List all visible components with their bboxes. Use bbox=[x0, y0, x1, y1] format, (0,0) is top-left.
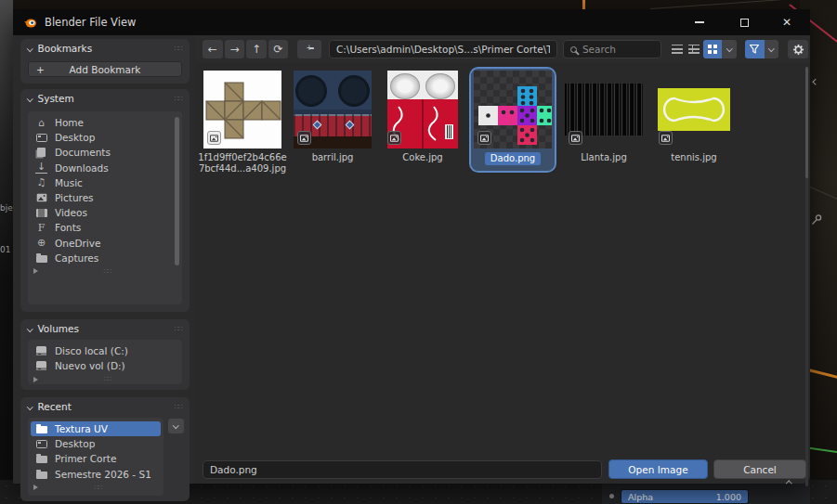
file-tile-llanta[interactable]: Llanta.jpg bbox=[562, 69, 646, 171]
view-horizontal-list-button[interactable] bbox=[686, 40, 703, 58]
pin-icon[interactable] bbox=[810, 213, 823, 226]
item-label: Pictures bbox=[55, 192, 94, 203]
drive-icon bbox=[35, 346, 47, 355]
path-field[interactable] bbox=[329, 40, 557, 58]
settings-button[interactable] bbox=[788, 40, 808, 58]
sidebar-item-captures[interactable]: Captures bbox=[28, 251, 182, 265]
home-icon: ⌂ bbox=[35, 117, 47, 129]
up-directory-button[interactable]: ↑ bbox=[246, 40, 267, 58]
item-label: Desktop bbox=[55, 438, 95, 449]
file-area-scrollbar-thumb[interactable] bbox=[805, 67, 808, 178]
file-tile-crate[interactable]: 1f1d9ff0ef2b4c66e7bcf44d...a409.jpg bbox=[201, 69, 284, 171]
expand-arrow[interactable] bbox=[33, 485, 38, 490]
path-input[interactable] bbox=[336, 44, 550, 55]
horizontal-list-icon bbox=[688, 45, 700, 54]
resize-grip[interactable]: ∷∷ bbox=[103, 375, 111, 383]
refresh-button[interactable]: ⟳ bbox=[268, 40, 289, 58]
panel-grip[interactable]: ∷∷ bbox=[175, 403, 182, 411]
folder-icon bbox=[35, 454, 47, 463]
recent-item-primer-corte[interactable]: Primer Corte bbox=[28, 451, 163, 466]
search-field[interactable] bbox=[563, 40, 661, 58]
sidebar-item-videos[interactable]: Videos bbox=[28, 205, 182, 220]
collapse-chevron-icon bbox=[27, 45, 33, 51]
volume-item-c[interactable]: Disco local (C:) bbox=[28, 343, 182, 358]
display-settings-dropdown[interactable] bbox=[722, 40, 737, 58]
filename-field[interactable] bbox=[203, 460, 602, 479]
music-icon: ♫ bbox=[35, 176, 47, 188]
llanta-thumbnail bbox=[565, 84, 643, 136]
image-badge-icon bbox=[207, 131, 221, 145]
recent-panel: Recent ∷∷ Textura UV Desktop Primer Cort… bbox=[20, 397, 190, 501]
panel-grip[interactable]: ∷∷ bbox=[175, 45, 182, 53]
open-image-label: Open Image bbox=[628, 464, 687, 475]
videos-icon bbox=[35, 209, 47, 217]
file-tile-tennis[interactable]: tennis.jpg bbox=[652, 69, 736, 171]
open-image-button[interactable]: Open Image bbox=[608, 459, 708, 479]
file-tile-barril[interactable]: barril.jpg bbox=[291, 69, 374, 171]
add-bookmark-label: Add Bookmark bbox=[70, 64, 141, 75]
collapse-chevron-icon bbox=[27, 96, 33, 101]
item-label: Downloads bbox=[55, 162, 109, 174]
sidebar-item-downloads[interactable]: ↓Downloads bbox=[28, 161, 182, 175]
resize-grip[interactable]: ∷∷ bbox=[103, 267, 111, 276]
maximize-button[interactable] bbox=[723, 9, 765, 35]
back-icon: ← bbox=[208, 43, 217, 56]
recent-item-textura-uv[interactable]: Textura UV bbox=[31, 421, 161, 436]
minimize-button[interactable] bbox=[678, 9, 721, 35]
recent-item-semestre[interactable]: Semestre 2026 - S1 bbox=[28, 467, 163, 482]
item-label: Music bbox=[55, 177, 83, 188]
volume-item-d[interactable]: Nuevo vol (D:) bbox=[28, 358, 182, 373]
file-tile-coke[interactable]: Coke.jpg bbox=[381, 69, 464, 171]
scrollbar[interactable] bbox=[175, 117, 179, 265]
alpha-anim-dot[interactable] bbox=[609, 494, 614, 498]
search-input[interactable] bbox=[582, 44, 654, 55]
back-button[interactable]: ← bbox=[203, 40, 223, 58]
file-tile-dado-selected[interactable]: Dado.png bbox=[471, 69, 555, 171]
recent-header[interactable]: Recent ∷∷ bbox=[20, 397, 190, 416]
window-title: Blender File View bbox=[45, 16, 136, 29]
title-bar[interactable]: Blender File View ✕ bbox=[13, 9, 810, 35]
expand-arrow[interactable] bbox=[33, 268, 38, 274]
sidebar-item-desktop[interactable]: Desktop bbox=[28, 130, 182, 145]
recent-item-desktop[interactable]: Desktop bbox=[28, 436, 163, 451]
filter-toggle-button[interactable] bbox=[745, 40, 765, 58]
filter-settings-dropdown[interactable] bbox=[765, 40, 779, 58]
chevron-down-icon bbox=[726, 45, 732, 51]
view-vertical-list-button[interactable] bbox=[668, 40, 686, 58]
forward-button[interactable]: → bbox=[225, 40, 245, 58]
volumes-title: Volumes bbox=[38, 323, 80, 334]
expand-arrow[interactable] bbox=[33, 377, 38, 382]
filename-input[interactable] bbox=[210, 464, 595, 475]
system-header[interactable]: System ∷∷ bbox=[20, 89, 190, 108]
file-name: 1f1d9ff0ef2b4c66e7bcf44d...a409.jpg bbox=[195, 152, 290, 174]
up-arrow-icon: ↑ bbox=[252, 43, 261, 56]
sidebar-item-fonts[interactable]: FFonts bbox=[28, 220, 182, 235]
image-badge-icon bbox=[297, 131, 311, 145]
resize-grip[interactable]: ∷∷ bbox=[94, 484, 101, 492]
collapse-chevron-icon bbox=[27, 404, 33, 409]
alpha-slider[interactable]: Alpha 1.000 bbox=[621, 489, 749, 504]
volumes-panel: Volumes ∷∷ Disco local (C:) Nuevo vol (D… bbox=[20, 319, 190, 390]
cancel-button[interactable]: Cancel bbox=[713, 459, 806, 479]
item-label: Fonts bbox=[55, 222, 81, 233]
sidebar-item-home[interactable]: ⌂Home bbox=[28, 115, 182, 130]
sidebar-item-music[interactable]: ♫Music bbox=[28, 175, 182, 190]
sidebar-item-documents[interactable]: Documents bbox=[28, 145, 182, 160]
sidebar-item-pictures[interactable]: Pictures bbox=[28, 190, 182, 205]
view-thumbnails-button[interactable] bbox=[703, 40, 723, 58]
item-label: Disco local (C:) bbox=[55, 345, 128, 356]
downloads-icon: ↓ bbox=[35, 162, 47, 174]
close-button[interactable]: ✕ bbox=[765, 9, 808, 35]
pictures-icon bbox=[35, 193, 47, 202]
panel-grip[interactable]: ∷∷ bbox=[175, 325, 182, 333]
add-bookmark-button[interactable]: + Add Bookmark bbox=[28, 61, 182, 77]
bookmarks-header[interactable]: Bookmarks ∷∷ bbox=[20, 39, 190, 58]
new-folder-button[interactable]: + bbox=[297, 40, 321, 58]
panel-grip[interactable]: ∷∷ bbox=[175, 95, 182, 103]
documents-icon bbox=[35, 148, 47, 157]
sidebar-item-onedrive[interactable]: ⊕OneDrive bbox=[28, 236, 182, 251]
recent-options-button[interactable] bbox=[168, 419, 184, 433]
filter-funnel-icon bbox=[749, 44, 760, 55]
file-name: Llanta.jpg bbox=[556, 152, 651, 163]
volumes-header[interactable]: Volumes ∷∷ bbox=[20, 319, 190, 338]
